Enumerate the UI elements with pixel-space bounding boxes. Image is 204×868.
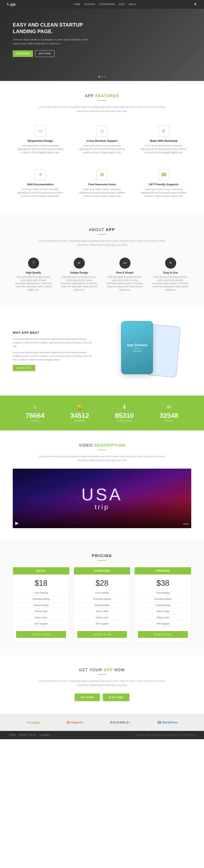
about-grid: 📍 High Quality Click with button to chan… (13, 255, 191, 293)
about-item: ✎ Easy to Use Click with button to chang… (150, 255, 191, 293)
pricing-features: Free HostingUnlimited editingCloud Hosti… (135, 590, 191, 629)
pricing-feature: 24/7 support (78, 621, 126, 627)
video-subtitle: Lorem ipsum dolor sit amet, consectetur … (38, 455, 166, 462)
get-app-subtitle: Lorem ipsum dolor sit amet, consectetur … (38, 679, 166, 687)
hero-description: There are many variations of passages of… (13, 38, 94, 45)
pricing-features: Free HostingUnlimited editingCloud Hosti… (13, 590, 69, 629)
nav-about[interactable]: ABOUT (129, 3, 136, 5)
why-para2: Lorem ipsum dolor sit amet, consectetur … (13, 351, 96, 362)
play-store-button[interactable]: PLAY STORE (13, 50, 33, 57)
dot-inactive-2 (104, 76, 106, 78)
stat-label: MAILS (160, 420, 178, 422)
select-plan-button[interactable]: SELECT PLAN (16, 631, 66, 638)
more-info-button[interactable]: MORE INFO (13, 365, 35, 371)
video-play-icon[interactable]: ▶ (15, 521, 19, 526)
nav-home[interactable]: HOME (74, 3, 80, 5)
phone-sub: Download (127, 350, 147, 352)
app-store-download-button[interactable]: APP STORE (75, 693, 100, 701)
about-item: ✏ Unique Design Click with button to cha… (59, 255, 100, 293)
nav-integrations[interactable]: INTEGRATIONS (99, 3, 115, 5)
phone-front: App Screens Download (121, 321, 153, 374)
about-item-text: Click with button to change this text. L… (152, 275, 189, 291)
footer-copy: Built with Vara7 and Elementor. Copyrigh… (136, 734, 196, 736)
partner-rockable: ROCKABLE+ (110, 721, 131, 724)
feature-text: Lorem ipsum dolor sit amet, consectetur … (17, 188, 64, 198)
feature-icon: ✈ (35, 169, 46, 180)
pricing-card: BASIC $18 Free HostingUnlimited editingC… (13, 567, 69, 642)
stat-num: 34512 (70, 412, 89, 420)
footer: TERMS PRIVACY POLICY LICENSES Built with… (0, 731, 204, 739)
phone-divider (134, 348, 140, 349)
pricing-feature: Unlimited editing (17, 596, 65, 602)
about-title-divider (98, 234, 106, 235)
feature-title: 24/7 Friendly Supports (140, 183, 187, 186)
stat-label: WINNERS (70, 420, 89, 422)
stat-label: DOWNLOADS (115, 420, 134, 422)
pricing-section: PRICING BASIC $18 Free HostingUnlimited … (0, 541, 204, 655)
feature-item: B Made With Bootstrap Lorem ipsum dolor … (136, 121, 191, 159)
video-title: VIDEO DESCRIPTION (13, 443, 191, 447)
feature-item: ☎ 24/7 Friendly Supports Lorem ipsum dol… (136, 165, 191, 202)
footer-links: TERMS PRIVACY POLICY LICENSES (8, 734, 50, 736)
pricing-feature: Secure data (78, 608, 126, 615)
stat-item: 🏆 34512 WINNERS (70, 404, 89, 422)
get-app-title: GET YOUR APP NOW (13, 668, 191, 672)
stat-icon: 🏆 (70, 404, 89, 410)
feature-item: ✈ Well Documentation Lorem ipsum dolor s… (13, 165, 68, 202)
pricing-price: $28 (74, 575, 130, 590)
video-section: VIDEO DESCRIPTION Lorem ipsum dolor sit … (0, 430, 204, 541)
hero-title: EASY AND CLEAN STARTUP LANDING PAGE. (13, 22, 94, 35)
pricing-feature: Cloud Hosting (139, 602, 187, 608)
pricing-feature: Unlimited editing (78, 596, 126, 602)
pricing-feature: Secure data (139, 608, 187, 615)
pricing-feature: 24/7 support (17, 621, 65, 627)
about-subtitle: Lorem ipsum dolor sit amet, consectetur … (38, 239, 166, 247)
pricing-feature: Video Learn (78, 615, 126, 621)
dot-active (98, 76, 100, 78)
footer-privacy[interactable]: PRIVACY POLICY (19, 734, 36, 736)
nav-shop[interactable]: SHOP (119, 3, 125, 5)
pricing-feature: 24/7 support (139, 621, 187, 627)
feature-text: Lorem ipsum dolor sit amet, consectetur … (140, 144, 187, 154)
video-container[interactable]: USA trip ▶ vimeo (13, 469, 191, 528)
pricing-header: PREMIUM (135, 567, 191, 575)
stat-icon: ☺ (26, 404, 45, 410)
hero-buttons: PLAY STORE APP STORE (13, 50, 94, 57)
about-icon-circle: ✎ (165, 257, 176, 269)
why-section: WHY APP BEST Lorem ipsum dolor sit amet,… (0, 306, 204, 396)
feature-item: ✿ Font Awesome Icons Lorem ipsum dolor s… (74, 165, 130, 202)
feature-title: Made With Bootstrap (140, 139, 187, 143)
select-plan-button[interactable]: SELECT PLAN (77, 631, 127, 638)
partner-wordpress: WWordPress (157, 720, 178, 725)
partner-envato: ✦envato (26, 720, 40, 724)
stat-item: ✉ 32548 MAILS (160, 404, 178, 422)
app-store-button[interactable]: APP STORE (35, 50, 55, 57)
get-app-section: GET YOUR APP NOW Lorem ipsum dolor sit a… (0, 655, 204, 714)
nav-links: HOME FEATURES INTEGRATIONS SHOP ABOUT (74, 3, 136, 5)
get-app-buttons: APP STORE PLAY STORE (13, 693, 191, 701)
about-item-title: Unique Design (61, 271, 98, 274)
video-vimeo-label: vimeo (183, 523, 189, 525)
footer-licenses[interactable]: LICENSES (39, 734, 50, 736)
feature-text: Lorem ipsum dolor sit amet, consectetur … (79, 144, 125, 154)
nav-features[interactable]: FEATURES (84, 3, 95, 5)
feature-icon: ▭ (35, 126, 46, 137)
partner-magento: M Magento (67, 720, 83, 725)
pricing-price: $18 (13, 575, 69, 590)
get-app-divider (98, 674, 106, 675)
why-image: App Screens Download (108, 319, 191, 383)
hero-section: EASY AND CLEAN STARTUP LANDING PAGE. The… (0, 9, 204, 81)
about-item-text: Click with button to change this text. L… (61, 275, 98, 291)
search-icon[interactable]: 🔍 (194, 3, 198, 6)
play-store-download-button[interactable]: PLAY STORE (103, 693, 129, 701)
app-screens-label: App Screens (127, 343, 147, 347)
nav-logo: A.pp (6, 2, 16, 7)
stat-num: 32548 (160, 412, 178, 420)
footer-terms[interactable]: TERMS (8, 734, 16, 736)
select-plan-button[interactable]: SELECT PLAN (138, 631, 188, 638)
about-item-text: Click with button to change this text. L… (106, 275, 143, 291)
pricing-card: PREMIUM $38 Free HostingUnlimited editin… (135, 567, 191, 642)
pricing-feature: Free Hosting (17, 590, 65, 596)
partners-section: ✦envato M Magento ROCKABLE+ WWordPress (0, 714, 204, 731)
stat-num: 76664 (26, 412, 45, 420)
